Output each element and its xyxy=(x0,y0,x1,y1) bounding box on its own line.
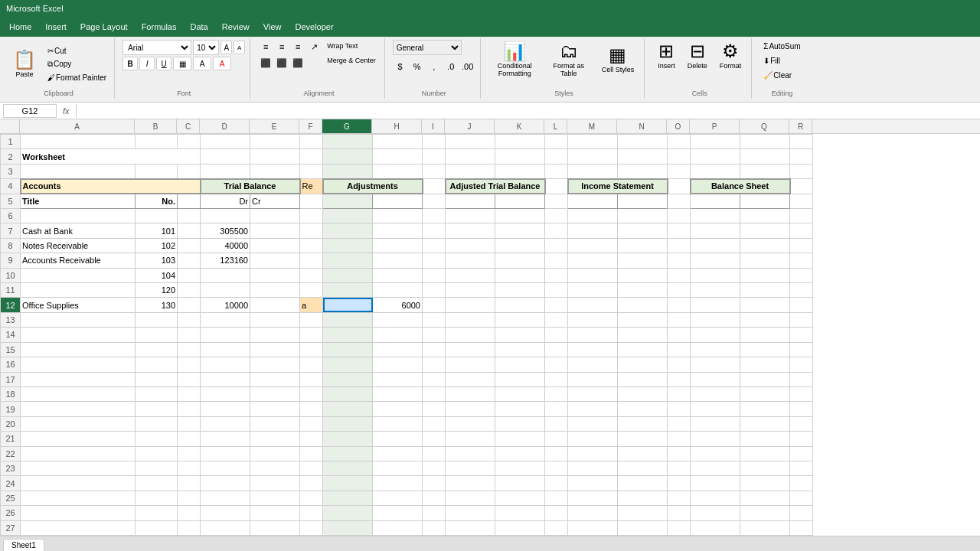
cell-R20[interactable] xyxy=(790,416,813,431)
cell-M8[interactable] xyxy=(568,238,618,253)
cell-L6[interactable] xyxy=(545,209,568,223)
format-button[interactable]: ⚙ Format xyxy=(714,40,747,72)
decrease-font-btn[interactable]: A xyxy=(234,41,245,54)
cell-B1[interactable] xyxy=(136,135,178,149)
cell-D27[interactable] xyxy=(201,520,250,535)
cell-R7[interactable] xyxy=(790,223,813,238)
cell-N6[interactable] xyxy=(618,209,668,223)
cell-H27[interactable] xyxy=(373,520,423,535)
cell-L16[interactable] xyxy=(545,357,568,372)
cell-B27[interactable] xyxy=(136,520,178,535)
cell-E8[interactable] xyxy=(250,238,300,253)
cell-E15[interactable] xyxy=(250,342,300,357)
cell-B12[interactable]: 130 xyxy=(136,298,178,312)
fill-button[interactable]: ⬇ Fill xyxy=(760,54,804,67)
cell-H16[interactable] xyxy=(373,357,423,372)
cell-D10[interactable] xyxy=(201,268,250,282)
col-header-P[interactable]: P xyxy=(690,119,740,133)
cell-C9[interactable] xyxy=(178,253,201,268)
cell-N10[interactable] xyxy=(618,268,668,282)
cell-G14[interactable] xyxy=(323,328,373,342)
delete-button[interactable]: ⊟ Delete xyxy=(682,40,713,72)
cell-I26[interactable] xyxy=(423,506,446,520)
cell-Q21[interactable] xyxy=(740,432,790,446)
increase-font-btn[interactable]: A xyxy=(220,41,232,54)
cell-F5[interactable] xyxy=(300,194,323,208)
cell-E2[interactable] xyxy=(250,149,300,164)
copy-button[interactable]: ⧉ Copy xyxy=(44,58,109,70)
cell-F17[interactable] xyxy=(300,372,323,386)
cell-F24[interactable] xyxy=(300,476,323,491)
cell-N20[interactable] xyxy=(618,416,668,431)
cell-I10[interactable] xyxy=(423,268,446,282)
cell-Q14[interactable] xyxy=(740,328,790,342)
cell-G11[interactable] xyxy=(323,283,373,298)
cell-H17[interactable] xyxy=(373,372,423,386)
cell-K1[interactable] xyxy=(495,135,545,149)
cell-styles-button[interactable]: ▦ Cell Styles xyxy=(596,44,640,76)
cell-B19[interactable] xyxy=(136,402,178,416)
cell-H3[interactable] xyxy=(373,164,423,178)
cell-K12[interactable] xyxy=(495,298,545,312)
cell-B17[interactable] xyxy=(136,372,178,386)
align-top-left-btn[interactable]: ≡ xyxy=(258,40,273,54)
menu-view[interactable]: View xyxy=(257,21,288,33)
cell-G25[interactable] xyxy=(323,491,373,505)
cell-F7[interactable] xyxy=(300,223,323,238)
cell-R8[interactable] xyxy=(790,238,813,253)
cell-D11[interactable] xyxy=(201,283,250,298)
cell-P1[interactable] xyxy=(691,135,740,149)
col-header-B[interactable]: B xyxy=(135,119,177,133)
cell-F15[interactable] xyxy=(300,342,323,357)
cell-N12[interactable] xyxy=(618,298,668,312)
cell-H11[interactable] xyxy=(373,283,423,298)
cell-Q19[interactable] xyxy=(740,402,790,416)
cell-K17[interactable] xyxy=(495,372,545,386)
cell-O21[interactable] xyxy=(668,432,691,446)
cell-D6[interactable] xyxy=(201,209,250,223)
cell-M7[interactable] xyxy=(568,223,618,238)
cell-N15[interactable] xyxy=(618,342,668,357)
cell-I20[interactable] xyxy=(423,416,446,431)
cell-M23[interactable] xyxy=(568,461,618,475)
cell-P2[interactable] xyxy=(691,149,740,164)
cell-J21[interactable] xyxy=(446,432,495,446)
cell-O20[interactable] xyxy=(668,416,691,431)
cell-I13[interactable] xyxy=(423,312,446,327)
cell-D3[interactable] xyxy=(201,164,250,178)
cell-L27[interactable] xyxy=(545,520,568,535)
cell-E14[interactable] xyxy=(250,328,300,342)
cell-E17[interactable] xyxy=(250,372,300,386)
col-header-K[interactable]: K xyxy=(495,119,544,133)
cell-Q3[interactable] xyxy=(740,164,790,178)
cell-R11[interactable] xyxy=(790,283,813,298)
cell-C15[interactable] xyxy=(178,342,201,357)
cell-Q12[interactable] xyxy=(740,298,790,312)
cell-G15[interactable] xyxy=(323,342,373,357)
cell-G23[interactable] xyxy=(323,461,373,475)
cell-L12[interactable] xyxy=(545,298,568,312)
cell-A24[interactable] xyxy=(21,476,136,491)
cell-G2[interactable] xyxy=(323,149,373,164)
cell-C25[interactable] xyxy=(178,491,201,505)
cell-O10[interactable] xyxy=(668,268,691,282)
cell-C7[interactable] xyxy=(178,223,201,238)
cell-Q22[interactable] xyxy=(740,446,790,461)
cell-M26[interactable] xyxy=(568,506,618,520)
cell-Q15[interactable] xyxy=(740,342,790,357)
cell-K11[interactable] xyxy=(495,283,545,298)
cell-N14[interactable] xyxy=(618,328,668,342)
cell-B23[interactable] xyxy=(136,461,178,475)
cell-D14[interactable] xyxy=(201,328,250,342)
cell-M11[interactable] xyxy=(568,283,618,298)
cell-J6[interactable] xyxy=(446,209,495,223)
cell-N22[interactable] xyxy=(618,446,668,461)
clear-button[interactable]: 🧹 Clear xyxy=(760,69,804,82)
cell-D23[interactable] xyxy=(201,461,250,475)
cell-J13[interactable] xyxy=(446,312,495,327)
cell-C26[interactable] xyxy=(178,506,201,520)
cell-B13[interactable] xyxy=(136,312,178,327)
cell-P16[interactable] xyxy=(691,357,740,372)
cell-E18[interactable] xyxy=(250,386,300,401)
cell-Q13[interactable] xyxy=(740,312,790,327)
